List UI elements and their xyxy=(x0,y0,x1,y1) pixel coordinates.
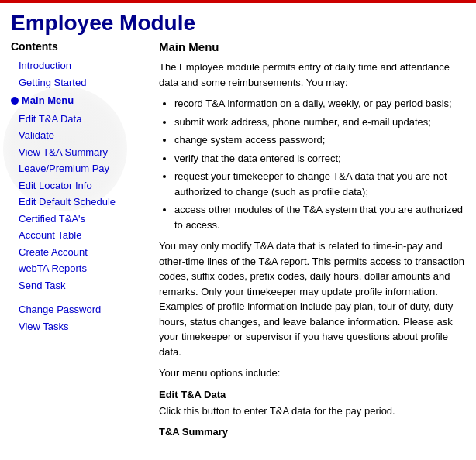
intro-text: The Employee module permits entry of dai… xyxy=(159,60,465,90)
section1-heading: Edit T&A Data xyxy=(159,389,465,400)
bullet-item-1: record T&A information on a daily, weekl… xyxy=(174,96,465,112)
sidebar-divider xyxy=(11,294,147,301)
sidebar-item-main-menu-active[interactable]: Main Menu xyxy=(11,91,147,111)
sidebar-item-change-password[interactable]: Change Password xyxy=(11,301,147,318)
sidebar-item-view-tasks[interactable]: View Tasks xyxy=(11,318,147,335)
sidebar-item-send-task[interactable]: Send Task xyxy=(11,277,147,294)
sidebar-item-introduction[interactable]: Introduction xyxy=(11,57,147,74)
bullet-list: record T&A information on a daily, weekl… xyxy=(174,96,465,232)
sidebar-item-certified[interactable]: Certified T&A's xyxy=(11,211,147,228)
bullet-item-6: access other modules of the T&A system t… xyxy=(174,202,465,232)
sidebar-item-create-account[interactable]: Create Account xyxy=(11,244,147,261)
page-title: Employee Module xyxy=(0,3,476,40)
section1-text: Click this button to enter T&A data for … xyxy=(159,403,465,419)
bullet-item-4: verify that the data entered is correct; xyxy=(174,151,465,166)
section2-heading: T&A Summary xyxy=(159,426,465,438)
bullet-item-2: submit work address, phone number, and e… xyxy=(174,115,465,130)
menu-options-text: Your menu options include: xyxy=(159,366,465,381)
main-content: Main Menu The Employee module permits en… xyxy=(147,40,465,441)
sidebar-item-leave[interactable]: Leave/Premium Pay xyxy=(11,160,147,177)
bullet-item-3: change system access password; xyxy=(174,132,465,148)
sidebar-item-edit-ta[interactable]: Edit T&A Data xyxy=(11,111,147,128)
sidebar-item-locator[interactable]: Edit Locator Info xyxy=(11,177,147,194)
sidebar-item-validate[interactable]: Validate xyxy=(11,127,147,144)
contents-heading: Contents xyxy=(11,40,147,53)
bullet-item-5: request your timekeeper to change T&A da… xyxy=(174,169,465,199)
main-menu-heading: Main Menu xyxy=(159,40,465,53)
sidebar-item-view-ta[interactable]: View T&A Summary xyxy=(11,144,147,161)
active-bullet xyxy=(11,97,19,105)
sidebar-item-default-schedule[interactable]: Edit Default Schedule xyxy=(11,194,147,211)
sidebar: Contents Introduction Getting Started Ma… xyxy=(11,40,147,441)
sidebar-item-account-table[interactable]: Account Table xyxy=(11,227,147,244)
sidebar-item-reports[interactable]: webTA Reports xyxy=(11,260,147,277)
sidebar-item-getting-started[interactable]: Getting Started xyxy=(11,74,147,91)
sidebar-link-main-menu[interactable]: Main Menu xyxy=(22,92,74,109)
body-text-1: You may only modify T&A data that is rel… xyxy=(159,239,465,359)
